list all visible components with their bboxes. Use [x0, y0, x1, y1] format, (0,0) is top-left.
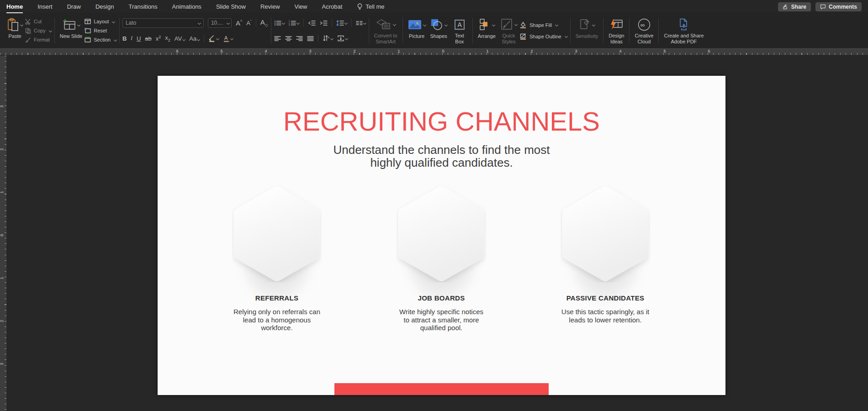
grow-font-button[interactable]: A^ [236, 19, 242, 27]
ruler-number: 1 [486, 49, 488, 53]
menu-tab-insert[interactable]: Insert [37, 3, 53, 10]
menu-tab-draw[interactable]: Draw [67, 3, 81, 10]
numbering-chevron [296, 21, 300, 24]
menu-tab-slide-show[interactable]: Slide Show [216, 3, 246, 10]
shrink-font-button[interactable]: Aˇ [246, 19, 252, 26]
reset-button[interactable]: Reset [85, 27, 116, 35]
design-ideas-button[interactable]: DesignIdeas [606, 16, 626, 45]
creative-cloud-icon: ∞ [637, 18, 651, 32]
strikethrough-button[interactable]: ab [145, 35, 151, 42]
slide-subtitle[interactable]: Understand the channels to find the most… [158, 143, 725, 169]
ruler-number: 1 [0, 191, 4, 193]
change-case-button[interactable]: Aa [189, 35, 200, 42]
menu-tab-design[interactable]: Design [95, 3, 114, 10]
shape-outline-button[interactable]: Shape Outline [519, 32, 567, 40]
paste-button[interactable]: Paste [5, 16, 25, 45]
italic-button[interactable]: I [131, 35, 132, 42]
format-painter-button[interactable]: Format [25, 36, 52, 44]
menu-tab-transitions[interactable]: Transitions [128, 3, 157, 10]
copy-dropdown-chevron[interactable] [49, 29, 52, 32]
horizontal-ruler[interactable]: 6543210123456 [0, 48, 868, 55]
arrange-button[interactable]: Arrange [476, 16, 498, 45]
section-button[interactable]: Section [85, 36, 116, 44]
underline-button[interactable]: U [137, 35, 141, 42]
columns-button[interactable] [356, 20, 366, 26]
mini-divider [204, 34, 204, 42]
paste-dropdown-chevron[interactable] [20, 23, 23, 26]
card-job-boards[interactable]: JOB BOARDS Write highly specific notices… [389, 185, 494, 332]
font-size-select[interactable]: 10.... [208, 18, 232, 28]
ruler-number: 1 [397, 49, 400, 53]
comments-button[interactable]: Comments [815, 2, 862, 11]
shape-style-stack: Shape Fill Shape Outline [519, 16, 567, 45]
decrease-indent-button[interactable] [308, 20, 316, 26]
justify-button[interactable] [307, 36, 314, 42]
group-divider [570, 18, 571, 43]
font-color-button[interactable]: A [223, 35, 233, 42]
menu-right: Share Comments [778, 2, 862, 11]
section-dropdown-chevron[interactable] [114, 38, 117, 41]
align-right-button[interactable] [296, 36, 303, 42]
card-passive-candidates[interactable]: PASSIVE CANDIDATES Use this tactic spari… [553, 185, 658, 324]
subscript-button[interactable]: x2 [165, 34, 170, 42]
superscript-button[interactable]: x2 [156, 35, 161, 42]
numbering-button[interactable]: 1 2 3 [289, 20, 299, 26]
slide[interactable]: RECRUITING CHANNELS Understand the chann… [158, 76, 725, 395]
group-divider [271, 18, 271, 43]
line-spacing-button[interactable] [336, 20, 347, 26]
cut-button[interactable]: Cut [25, 18, 52, 26]
sensitivity-button[interactable]: Sensitivity [573, 16, 601, 45]
convert-smartart-button[interactable]: Convert toSmartArt [372, 16, 400, 45]
mini-divider [318, 34, 318, 42]
subtitle-line: Understand the channels to find the most [158, 143, 725, 156]
align-left-button[interactable] [274, 36, 281, 42]
slide-title[interactable]: RECRUITING CHANNELS [158, 106, 725, 137]
vertical-ruler[interactable]: 3210123 [0, 56, 7, 411]
card-body: Write highly specific notices to attract… [389, 308, 494, 332]
shapes-button[interactable]: Shapes [428, 16, 450, 45]
menu-tab-animations[interactable]: Animations [172, 3, 201, 10]
hexagon-shape[interactable] [232, 185, 322, 282]
menu-tab-view[interactable]: View [295, 3, 307, 10]
bullets-button[interactable] [274, 20, 285, 26]
font-size-chevron [227, 21, 230, 24]
tell-me[interactable]: Tell me [357, 3, 384, 10]
menu-tab-home[interactable]: Home [6, 3, 23, 10]
align-center-button[interactable] [285, 36, 292, 42]
highlight-color-button[interactable] [208, 35, 219, 42]
picture-button[interactable]: Picture [406, 16, 428, 45]
shape-fill-button[interactable]: Shape Fill [519, 21, 567, 29]
card-referrals[interactable]: REFERRALS Relying only on referrals can … [224, 185, 329, 332]
text-box-button[interactable]: A TextBox [450, 16, 470, 45]
quick-styles-icon [500, 18, 513, 31]
editing-canvas[interactable]: RECRUITING CHANNELS Understand the chann… [7, 56, 868, 411]
font-name-select[interactable]: Lato [122, 18, 204, 28]
share-button[interactable]: Share [778, 2, 811, 11]
hexagon-shape[interactable] [397, 185, 486, 282]
svg-text:∞: ∞ [640, 21, 645, 28]
layout-dropdown-chevron[interactable] [112, 20, 115, 23]
new-slide-dropdown-chevron[interactable] [77, 23, 80, 26]
quick-styles-button[interactable]: QuickStyles [498, 16, 519, 45]
clear-formatting-button[interactable]: A◇ [260, 18, 268, 27]
align-text-icon [337, 35, 344, 42]
hexagon-wrap [553, 185, 658, 282]
bold-button[interactable]: B [122, 35, 127, 42]
text-direction-button[interactable]: A [323, 35, 333, 42]
align-text-button[interactable] [337, 35, 348, 42]
menu-tab-acrobat[interactable]: Acrobat [322, 3, 343, 10]
layout-button[interactable]: Layout [85, 18, 116, 26]
hexagon-shape[interactable] [561, 185, 650, 282]
menu-tab-review[interactable]: Review [260, 3, 280, 10]
sensitivity-label: Sensitivity [576, 33, 598, 39]
character-spacing-button[interactable]: AV [175, 35, 185, 42]
copy-button[interactable]: Copy [25, 27, 52, 35]
ruler-number: 3 [575, 49, 577, 53]
creative-cloud-button[interactable]: ∞ CreativeCloud [632, 16, 656, 45]
copy-label: Copy [34, 28, 46, 33]
accent-bar-shape[interactable] [334, 383, 549, 395]
card-body: Use this tactic sparingly, as it leads t… [553, 308, 658, 324]
increase-indent-button[interactable] [320, 20, 328, 26]
new-slide-button[interactable]: New Slide [58, 16, 85, 45]
create-share-pdf-button[interactable]: Create and ShareAdobe PDF [662, 16, 706, 45]
